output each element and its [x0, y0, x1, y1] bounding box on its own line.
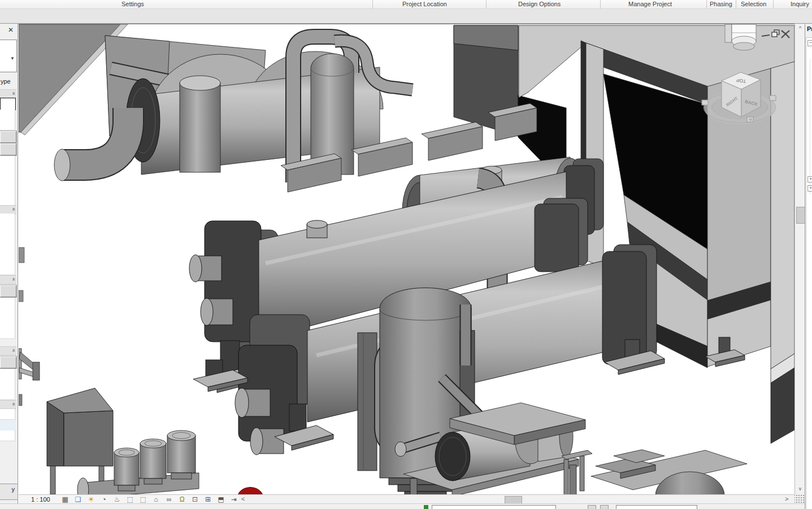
property-value-cell[interactable] [0, 389, 15, 400]
property-button-cell[interactable] [0, 356, 16, 368]
compass-tab-east[interactable] [770, 95, 776, 101]
vertical-pump-2 [140, 439, 166, 484]
visual-style-icon[interactable]: ❑ [73, 495, 83, 504]
ribbon-separator [600, 0, 601, 8]
property-value-cell[interactable] [0, 379, 15, 390]
chevron-down-icon: ▼ [10, 56, 15, 61]
property-value-cell[interactable] [0, 409, 15, 420]
show-crop-region-icon[interactable]: ⬚ [138, 495, 148, 504]
roof-flue-cylinder[interactable] [732, 24, 756, 50]
property-group-header[interactable]: » [0, 89, 16, 98]
scroll-up-icon[interactable]: ^ [796, 24, 805, 33]
property-value-cell[interactable] [0, 214, 15, 224]
shadows-icon[interactable]: ◔ [99, 495, 109, 504]
ribbon-panel-project-location[interactable]: Project Location [402, 1, 447, 7]
property-button-cell[interactable] [0, 131, 16, 143]
property-button-cell[interactable] [0, 285, 16, 297]
displacement-sets-icon[interactable]: ⬒ [216, 495, 226, 504]
property-value-cell[interactable] [0, 298, 15, 308]
property-value-cell[interactable] [0, 318, 15, 329]
collapse-icon: » [11, 350, 16, 352]
view-scale-control[interactable]: 1 : 100 [31, 496, 50, 503]
property-value-cell[interactable] [0, 308, 15, 319]
detail-level-icon[interactable]: ▦ [60, 495, 70, 504]
vertical-scrollbar[interactable]: ^ v [794, 24, 805, 494]
ribbon-panel-manage-project[interactable]: Manage Project [628, 1, 672, 7]
property-value-cell[interactable] [0, 156, 15, 167]
vertical-scroll-thumb[interactable] [796, 207, 805, 224]
property-value-cell[interactable] [0, 186, 15, 197]
properties-close-icon[interactable]: ✕ [6, 25, 16, 34]
scroll-left-icon[interactable]: < [241, 495, 245, 502]
view-control-bar: 1 : 100 ▦ ❑ ☀ ◔ ♨ ⬚ ⬚ ⌂ ∞ Ω ⊡ ⊞ ⬒ ⇥ [19, 495, 239, 504]
type-selector-combo[interactable]: ▼ [0, 40, 17, 72]
status-toggle-button[interactable] [600, 505, 609, 509]
project-browser-tree[interactable]: − + + [806, 37, 812, 509]
rendering-dialog-icon[interactable]: ♨ [112, 495, 122, 504]
property-value-cell[interactable] [0, 264, 15, 275]
vertical-pump-3 [167, 430, 196, 479]
property-value-cell[interactable] [0, 254, 15, 265]
status-check-icon [424, 505, 428, 509]
property-value-cell[interactable] [0, 176, 15, 187]
horizontal-scroll-thumb[interactable] [505, 496, 522, 504]
ribbon-separator [773, 0, 774, 8]
property-value-cell[interactable] [0, 244, 15, 255]
property-value-cell[interactable] [0, 166, 15, 177]
properties-palette-sliver: ✕ ▼ ype » » » » » [0, 24, 18, 503]
ribbon-panel-phasing[interactable]: Phasing [710, 1, 732, 7]
property-group-header[interactable]: » [0, 400, 16, 409]
collapse-icon: » [11, 403, 16, 406]
apply-button[interactable]: y [0, 484, 18, 500]
ribbon-separator [372, 0, 373, 8]
viewport-bottom-bar: 1 : 100 ▦ ❑ ☀ ◔ ♨ ⬚ ⬚ ⌂ ∞ Ω ⊡ ⊞ ⬒ ⇥ < > [19, 494, 794, 504]
analytical-model-icon[interactable]: ⊞ [203, 495, 213, 504]
resize-grip[interactable] [794, 494, 805, 503]
status-filter-input[interactable] [432, 505, 556, 509]
property-value-cell-highlighted[interactable] [0, 420, 15, 431]
tree-guide-line [810, 59, 810, 195]
crop-view-icon[interactable]: ⬚ [125, 495, 135, 504]
property-value-cell[interactable] [0, 234, 15, 245]
status-bar [0, 503, 812, 509]
ribbon-panel-labels: Settings Project Location Design Options… [0, 0, 812, 9]
reveal-hidden-elements-icon[interactable]: Ω [177, 495, 187, 504]
ribbon-panel-settings[interactable]: Settings [121, 1, 144, 7]
tree-collapse-icon[interactable]: − [807, 40, 812, 46]
ribbon-panel-inquiry[interactable]: Inquiry [791, 1, 809, 7]
property-value-cell[interactable] [0, 110, 15, 120]
drawing-area-3d-view[interactable]: N TOP RIGHT BACK [19, 24, 794, 495]
temporary-view-properties-icon[interactable]: ⊡ [190, 495, 200, 504]
property-value-cell[interactable] [0, 224, 15, 234]
property-value-cell[interactable] [0, 430, 15, 441]
scroll-down-icon[interactable]: v [796, 485, 805, 494]
reveal-constraints-icon[interactable]: ⇥ [229, 495, 239, 504]
locked-3d-view-icon[interactable]: ⌂ [151, 495, 161, 504]
property-value-cell-selected[interactable] [0, 98, 16, 110]
compass-tab-west[interactable] [702, 100, 708, 105]
project-browser-title: Pr [807, 25, 812, 32]
property-value-cell[interactable] [0, 328, 15, 339]
tree-expand-icon[interactable]: + [807, 176, 812, 182]
sun-path-icon[interactable]: ☀ [86, 495, 96, 504]
property-group-header[interactable]: » [0, 346, 16, 355]
revit-application-window: Settings Project Location Design Options… [0, 0, 812, 509]
ribbon-separator [486, 0, 487, 8]
ribbon-separator [736, 0, 736, 8]
status-dropdown[interactable] [616, 505, 697, 509]
property-value-cell[interactable] [0, 120, 15, 130]
tree-expand-icon[interactable]: + [807, 185, 812, 192]
collapse-icon: » [11, 93, 16, 95]
oil-separator-cylinder[interactable] [180, 76, 220, 172]
collapse-icon: » [11, 208, 16, 211]
property-group-header[interactable]: » [0, 275, 16, 284]
property-button-cell[interactable] [0, 143, 16, 155]
temporary-hide-isolate-icon[interactable]: ∞ [164, 495, 174, 504]
edit-type-button[interactable]: ype [1, 78, 11, 85]
ribbon-panel-selection[interactable]: Selection [741, 1, 766, 7]
ribbon-panel-design-options[interactable]: Design Options [518, 1, 561, 7]
scroll-right-icon[interactable]: > [785, 495, 788, 502]
property-group-header[interactable]: » [0, 205, 16, 214]
property-value-cell[interactable] [0, 369, 15, 380]
status-toggle-button[interactable] [588, 505, 596, 509]
